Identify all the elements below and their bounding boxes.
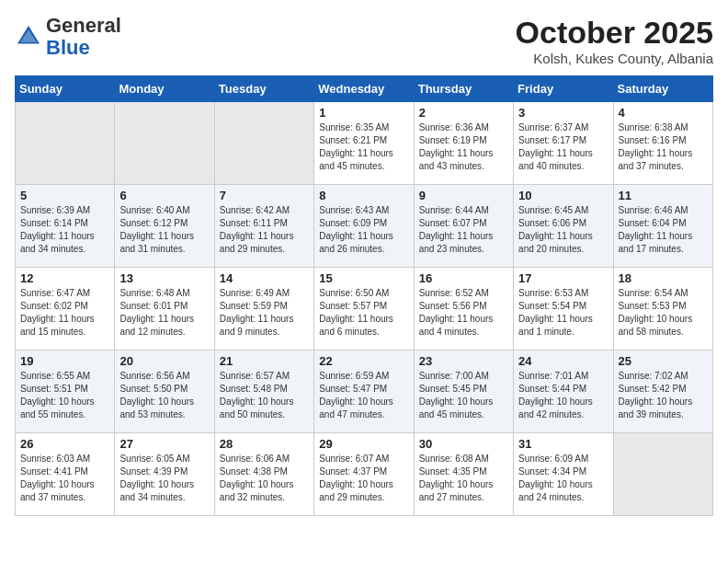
day-info: Sunrise: 6:44 AM Sunset: 6:07 PM Dayligh… [419,204,508,256]
calendar-cell: 8Sunrise: 6:43 AM Sunset: 6:09 PM Daylig… [314,185,414,268]
day-number: 27 [119,437,209,451]
calendar-cell [613,433,712,516]
day-number: 23 [419,354,508,368]
day-number: 6 [119,189,209,202]
day-number: 20 [119,354,209,368]
day-number: 14 [220,271,309,285]
calendar-cell: 25Sunrise: 7:02 AM Sunset: 5:42 PM Dayli… [613,350,712,433]
day-info: Sunrise: 6:43 AM Sunset: 6:09 PM Dayligh… [319,204,408,256]
day-number: 16 [419,271,508,285]
day-info: Sunrise: 6:42 AM Sunset: 6:11 PM Dayligh… [220,204,309,256]
day-number: 18 [619,271,708,285]
day-info: Sunrise: 6:49 AM Sunset: 5:59 PM Dayligh… [220,287,309,339]
calendar-cell: 1Sunrise: 6:35 AM Sunset: 6:21 PM Daylig… [314,102,414,185]
calendar-cell: 27Sunrise: 6:05 AM Sunset: 4:39 PM Dayli… [115,433,214,516]
calendar-cell: 13Sunrise: 6:48 AM Sunset: 6:01 PM Dayli… [115,268,214,350]
day-info: Sunrise: 7:02 AM Sunset: 5:42 PM Dayligh… [619,370,708,421]
day-number: 11 [619,189,708,202]
logo-blue-text: Blue [46,36,90,59]
calendar-week-row: 1Sunrise: 6:35 AM Sunset: 6:21 PM Daylig… [16,102,713,185]
calendar-cell: 7Sunrise: 6:42 AM Sunset: 6:11 PM Daylig… [214,185,313,268]
calendar-cell: 10Sunrise: 6:45 AM Sunset: 6:06 PM Dayli… [514,185,613,268]
day-number: 25 [619,354,708,368]
day-number: 7 [220,189,309,202]
calendar-cell: 21Sunrise: 6:57 AM Sunset: 5:48 PM Dayli… [214,350,313,433]
calendar-week-row: 26Sunrise: 6:03 AM Sunset: 4:41 PM Dayli… [16,433,713,516]
day-info: Sunrise: 6:03 AM Sunset: 4:41 PM Dayligh… [20,453,109,504]
logo: General Blue [15,15,121,59]
weekday-header-friday: Friday [514,76,613,102]
day-number: 13 [119,271,209,285]
day-info: Sunrise: 6:53 AM Sunset: 5:54 PM Dayligh… [518,287,608,339]
day-number: 24 [518,354,608,368]
day-number: 21 [220,354,309,368]
calendar-cell: 5Sunrise: 6:39 AM Sunset: 6:14 PM Daylig… [16,185,115,268]
day-info: Sunrise: 6:48 AM Sunset: 6:01 PM Dayligh… [119,287,209,339]
day-info: Sunrise: 6:50 AM Sunset: 5:57 PM Dayligh… [319,287,408,339]
title-block: October 2025 Kolsh, Kukes County, Albani… [516,15,713,66]
calendar-cell: 24Sunrise: 7:01 AM Sunset: 5:44 PM Dayli… [514,350,613,433]
calendar-cell: 22Sunrise: 6:59 AM Sunset: 5:47 PM Dayli… [314,350,414,433]
day-info: Sunrise: 6:52 AM Sunset: 5:56 PM Dayligh… [419,287,508,339]
day-number: 15 [319,271,408,285]
calendar-week-row: 19Sunrise: 6:55 AM Sunset: 5:51 PM Dayli… [16,350,713,433]
day-info: Sunrise: 6:59 AM Sunset: 5:47 PM Dayligh… [319,370,408,421]
calendar-cell: 6Sunrise: 6:40 AM Sunset: 6:12 PM Daylig… [115,185,214,268]
day-number: 8 [319,189,408,202]
day-info: Sunrise: 6:56 AM Sunset: 5:50 PM Dayligh… [119,370,209,421]
day-info: Sunrise: 6:45 AM Sunset: 6:06 PM Dayligh… [518,204,608,256]
calendar-cell: 14Sunrise: 6:49 AM Sunset: 5:59 PM Dayli… [214,268,313,350]
day-number: 19 [20,354,109,368]
day-info: Sunrise: 6:05 AM Sunset: 4:39 PM Dayligh… [119,453,209,504]
day-info: Sunrise: 7:01 AM Sunset: 5:44 PM Dayligh… [518,370,608,421]
month-title: October 2025 [516,15,713,51]
calendar-cell: 11Sunrise: 6:46 AM Sunset: 6:04 PM Dayli… [613,185,712,268]
weekday-header-thursday: Thursday [414,76,513,102]
calendar-cell: 31Sunrise: 6:09 AM Sunset: 4:34 PM Dayli… [514,433,613,516]
day-number: 29 [319,437,408,451]
day-info: Sunrise: 6:57 AM Sunset: 5:48 PM Dayligh… [220,370,309,421]
day-info: Sunrise: 6:55 AM Sunset: 5:51 PM Dayligh… [20,370,109,421]
day-info: Sunrise: 6:07 AM Sunset: 4:37 PM Dayligh… [319,453,408,504]
day-info: Sunrise: 6:54 AM Sunset: 5:53 PM Dayligh… [619,287,708,339]
calendar-cell: 2Sunrise: 6:36 AM Sunset: 6:19 PM Daylig… [414,102,513,185]
calendar-cell: 12Sunrise: 6:47 AM Sunset: 6:02 PM Dayli… [16,268,115,350]
calendar-cell: 18Sunrise: 6:54 AM Sunset: 5:53 PM Dayli… [613,268,712,350]
calendar-cell: 30Sunrise: 6:08 AM Sunset: 4:35 PM Dayli… [414,433,513,516]
day-info: Sunrise: 6:08 AM Sunset: 4:35 PM Dayligh… [419,453,508,504]
day-info: Sunrise: 7:00 AM Sunset: 5:45 PM Dayligh… [419,370,508,421]
day-info: Sunrise: 6:35 AM Sunset: 6:21 PM Dayligh… [319,121,408,173]
day-number: 4 [619,106,708,120]
day-number: 17 [518,271,608,285]
day-info: Sunrise: 6:36 AM Sunset: 6:19 PM Dayligh… [419,121,508,173]
day-number: 9 [419,189,508,202]
day-info: Sunrise: 6:06 AM Sunset: 4:38 PM Dayligh… [220,453,309,504]
weekday-header-sunday: Sunday [16,76,115,102]
calendar-cell: 26Sunrise: 6:03 AM Sunset: 4:41 PM Dayli… [16,433,115,516]
calendar-cell: 16Sunrise: 6:52 AM Sunset: 5:56 PM Dayli… [414,268,513,350]
day-number: 26 [20,437,109,451]
day-number: 12 [20,271,109,285]
day-number: 3 [518,106,608,120]
day-number: 30 [419,437,508,451]
weekday-header-tuesday: Tuesday [214,76,313,102]
calendar-cell [214,102,313,185]
calendar-week-row: 12Sunrise: 6:47 AM Sunset: 6:02 PM Dayli… [16,268,713,350]
calendar-table: SundayMondayTuesdayWednesdayThursdayFrid… [15,75,713,516]
day-info: Sunrise: 6:40 AM Sunset: 6:12 PM Dayligh… [119,204,209,256]
calendar-cell: 19Sunrise: 6:55 AM Sunset: 5:51 PM Dayli… [16,350,115,433]
location-title: Kolsh, Kukes County, Albania [516,51,713,66]
calendar-cell: 23Sunrise: 7:00 AM Sunset: 5:45 PM Dayli… [414,350,513,433]
day-info: Sunrise: 6:37 AM Sunset: 6:17 PM Dayligh… [518,121,608,173]
day-info: Sunrise: 6:09 AM Sunset: 4:34 PM Dayligh… [518,453,608,504]
calendar-cell: 17Sunrise: 6:53 AM Sunset: 5:54 PM Dayli… [514,268,613,350]
calendar-cell [16,102,115,185]
calendar-cell: 4Sunrise: 6:38 AM Sunset: 6:16 PM Daylig… [613,102,712,185]
day-number: 1 [319,106,408,120]
weekday-header-wednesday: Wednesday [314,76,414,102]
day-number: 5 [20,189,109,202]
logo-general-text: General [46,14,121,37]
logo-icon [15,23,42,51]
calendar-week-row: 5Sunrise: 6:39 AM Sunset: 6:14 PM Daylig… [16,185,713,268]
calendar-cell: 9Sunrise: 6:44 AM Sunset: 6:07 PM Daylig… [414,185,513,268]
